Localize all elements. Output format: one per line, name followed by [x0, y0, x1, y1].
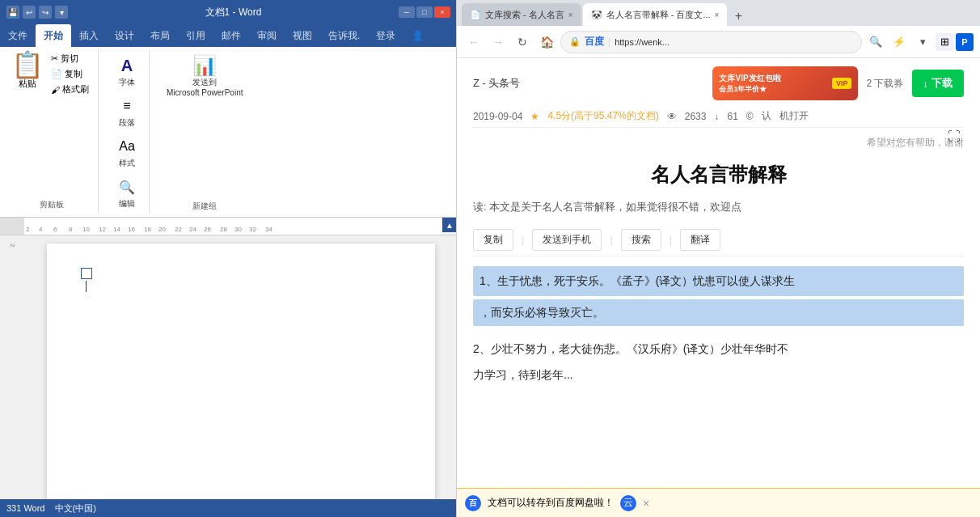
paste-button[interactable]: 📋 粘贴 — [11, 52, 44, 90]
tab-user-icon[interactable]: 👤 — [403, 24, 432, 47]
tab2-label: 名人名言带解释 - 百度文... — [606, 9, 711, 21]
redo-icon[interactable]: ↪ — [39, 6, 52, 19]
tab-login[interactable]: 登录 — [368, 24, 403, 47]
tab-file[interactable]: 文件 — [0, 24, 36, 47]
tab-mail[interactable]: 邮件 — [213, 24, 249, 47]
styles-button[interactable]: Aa 样式 — [112, 133, 142, 172]
close-button[interactable]: × — [434, 6, 450, 18]
word-tab-bar: 文件 开始 插入 设计 布局 引用 邮件 审阅 视图 告诉我. 登录 👤 — [0, 24, 457, 47]
ruler-tick-12: 12 — [99, 226, 106, 233]
new-tab-button[interactable]: + — [729, 6, 748, 26]
para2-cont-text: 力学习，待到老年... — [473, 368, 573, 381]
ruler-tick-34: 34 — [265, 226, 272, 233]
word-ruler: 2 4 6 8 10 12 14 16 18 20 22 24 26 28 30… — [0, 218, 457, 235]
word-page — [47, 244, 435, 499]
copy-button[interactable]: 📄复制 — [49, 67, 91, 81]
word-window: 💾 ↩ ↪ ▾ 文档1 - Word ─ □ × 文件 开始 插入 设计 布局 … — [0, 0, 457, 517]
editing-icon: 🔍 — [116, 176, 138, 198]
lightning-icon[interactable]: ⚡ — [889, 32, 910, 53]
styles-icon: Aa — [116, 135, 138, 158]
baidu-pan-icon: 云 — [620, 495, 636, 511]
paragraph-button[interactable]: ≡ 段落 — [112, 92, 142, 131]
browser-tab-2[interactable]: 🐼 名人名言带解释 - 百度文... × — [583, 3, 728, 26]
translate-button[interactable]: 翻译 — [680, 229, 720, 251]
tab-tell-me[interactable]: 告诉我. — [320, 24, 368, 47]
browser-tab-1[interactable]: 📄 文库搜索 - 名人名言 × — [462, 3, 581, 26]
ruler-collapse-button[interactable]: ▲ — [442, 218, 457, 232]
doc-intro: 读: 本文是关于名人名言带解释，如果觉得很不错，欢迎点 — [473, 200, 964, 214]
ruler-main: 2 4 6 8 10 12 14 16 18 20 22 24 26 28 30… — [24, 218, 442, 235]
tab-view[interactable]: 视图 — [285, 24, 320, 47]
tab2-close-icon[interactable]: × — [715, 11, 720, 19]
baidu-extension-icon[interactable]: P — [956, 33, 974, 51]
tab-home[interactable]: 开始 — [36, 24, 71, 47]
download-button[interactable]: ↓ 下载 — [912, 70, 965, 97]
ruler-tick-8: 8 — [69, 226, 72, 233]
ruler-tick-24: 24 — [189, 226, 196, 233]
tab-layout[interactable]: 布局 — [142, 24, 178, 47]
minimize-button[interactable]: ─ — [399, 6, 415, 18]
copy-tool-button[interactable]: 复制 — [473, 229, 513, 251]
search-icon[interactable]: 🔍 — [865, 32, 886, 53]
browser-tabbar: 📄 文库搜索 - 名人名言 × 🐼 名人名言带解释 - 百度文... × + — [457, 0, 980, 26]
send-to-phone-button[interactable]: 发送到手机 — [532, 229, 602, 251]
send-to-ppt-button[interactable]: 📊 发送到Microsoft PowerPoint — [163, 52, 247, 100]
doc-meta-bar: 2019-09-04 ★ 4.5分(高于95.47%的文档) 👁 2633 ↓ … — [473, 105, 964, 128]
address-text[interactable]: https://wenk... — [615, 37, 853, 47]
address-bar[interactable]: 🔒 百度 | https://wenk... — [560, 31, 862, 53]
para1-text: 1、生于忧患，死于安乐。《孟子》(译文）忧患可以使人谋求生 — [479, 274, 795, 287]
baidu-notification-bar: 百 文档可以转存到百度网盘啦！ 云 × — [457, 488, 980, 517]
word-title: 文档1 - Word — [68, 6, 399, 19]
forward-button[interactable]: → — [488, 32, 509, 53]
word-document-area: 2 — [0, 235, 457, 499]
notification-text: 文档可以转存到百度网盘啦！ — [488, 496, 614, 510]
ruler-tick-l2: 2 — [26, 226, 29, 233]
save-icon[interactable]: 💾 — [6, 6, 19, 19]
format-painter-button[interactable]: 🖌格式刷 — [49, 83, 91, 96]
toolbar-separator-2: | — [610, 234, 612, 246]
language-indicator: 中文(中国) — [55, 502, 96, 515]
paragraph-icon: ≡ — [116, 95, 138, 117]
browser-extra-buttons: 🔍 ⚡ ▾ ⊞ P — [865, 32, 974, 53]
refresh-button[interactable]: ↻ — [512, 32, 533, 53]
tab-design[interactable]: 设计 — [107, 24, 142, 47]
browser-scrollable-content[interactable]: Z - 头条号 文库VIP发红包啦 会员1年半价★ VIP 2 下载券 ↓ 下载 — [457, 58, 980, 517]
undo-icon[interactable]: ↩ — [23, 6, 36, 19]
tab-review[interactable]: 审阅 — [249, 24, 285, 47]
word-titlebar: 💾 ↩ ↪ ▾ 文档1 - Word ─ □ × — [0, 0, 457, 24]
para2-text: 2、少壮不努力，老大徒伤悲。《汉乐府》(译文）少壮年华时不 — [473, 342, 788, 355]
para1-cont-text: ，而安乐必将导致灭亡。 — [479, 306, 604, 319]
ruler-tick-30: 30 — [234, 226, 242, 233]
apps-icon[interactable]: ⊞ — [936, 33, 953, 51]
ruler-tick-22: 22 — [175, 226, 182, 233]
eye-icon: 👁 — [667, 111, 677, 122]
search-tool-button[interactable]: 搜索 — [621, 229, 661, 251]
download-small-icon: ↓ — [714, 111, 719, 122]
vip-banner[interactable]: 文库VIP发红包啦 会员1年半价★ VIP — [712, 66, 858, 100]
font-button[interactable]: A 字体 — [112, 52, 142, 91]
word-statusbar: 331 Word 中文(中国) — [0, 499, 457, 517]
customize-qat-icon[interactable]: ▾ — [55, 6, 68, 19]
ruler-tick-6: 6 — [53, 226, 57, 233]
paragraph-label: 段落 — [119, 117, 135, 129]
font-label: 字体 — [119, 77, 135, 88]
fullscreen-button[interactable]: ⛶ — [944, 129, 964, 149]
tab1-favicon: 📄 — [470, 10, 481, 20]
secure-icon: 🔒 — [569, 36, 581, 47]
toolbar-separator-3: | — [670, 234, 672, 246]
tab-insert[interactable]: 插入 — [71, 24, 107, 47]
tab1-close-icon[interactable]: × — [568, 11, 573, 19]
maximize-button[interactable]: □ — [416, 6, 433, 18]
ruler-tick-20: 20 — [158, 226, 166, 233]
tab-references[interactable]: 引用 — [178, 24, 213, 47]
back-button[interactable]: ← — [463, 32, 484, 53]
cut-button[interactable]: ✂剪切 — [49, 52, 91, 66]
ruler-left-margin — [0, 218, 24, 235]
notification-close-button[interactable]: × — [643, 497, 649, 510]
home-button[interactable]: 🏠 — [536, 32, 557, 53]
paste-label: 粘贴 — [19, 78, 36, 90]
editing-button[interactable]: 🔍 编辑 — [112, 173, 142, 212]
ribbon-panel: 📋 粘贴 ✂剪切 📄复制 🖌格式刷 剪贴板 A 字体 ≡ 段落 Aa 样式 — [0, 47, 457, 218]
address-separator: | — [608, 36, 610, 48]
dropdown-icon[interactable]: ▾ — [912, 32, 933, 53]
